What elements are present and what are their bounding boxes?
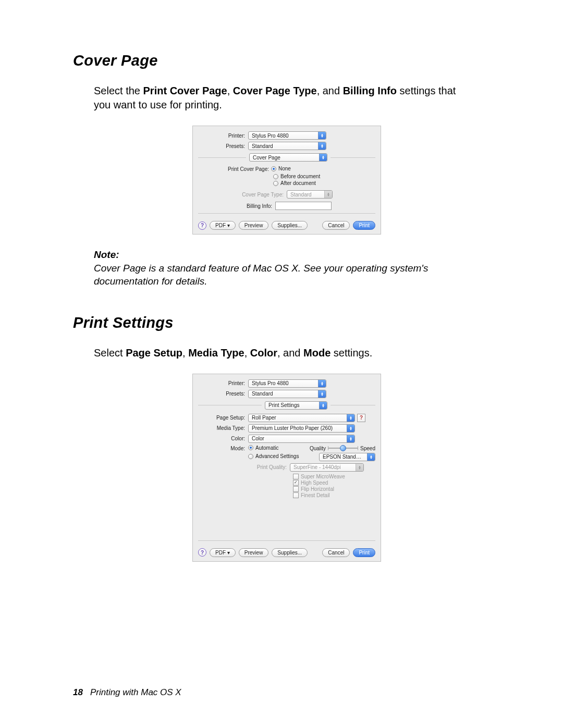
mode-label: Mode: <box>198 445 248 451</box>
page-setup-label: Page Setup: <box>198 415 248 421</box>
panel-select[interactable]: Print Settings ▲▼ <box>265 401 327 410</box>
select-arrows-icon: ▲▼ <box>324 191 332 198</box>
presets-select[interactable]: Standard ▲▼ <box>248 390 326 398</box>
checkbox-icon <box>293 486 299 492</box>
printer-label: Printer: <box>198 133 248 139</box>
radio-after-document[interactable]: After document <box>273 180 375 186</box>
text: , and <box>317 85 343 96</box>
print-settings-heading: Print Settings <box>73 314 500 331</box>
divider <box>331 405 375 405</box>
slider-thumb[interactable] <box>340 445 346 451</box>
select-arrows-icon: ▲▼ <box>318 380 326 387</box>
printer-value: Stylus Pro 4880 <box>249 380 318 386</box>
panel-value: Print Settings <box>265 402 319 408</box>
slider-tick <box>328 446 328 450</box>
checkbox-icon <box>293 480 299 486</box>
checkbox-label: High Speed <box>301 480 328 486</box>
divider <box>198 157 246 158</box>
print-button[interactable]: Print <box>353 221 375 230</box>
radio-icon <box>273 174 278 179</box>
select-arrows-icon: ▲▼ <box>367 453 375 461</box>
print-quality-value: SuperFine - 1440dpi <box>290 464 356 470</box>
checkbox-icon <box>293 492 299 498</box>
print-button[interactable]: Print <box>353 548 375 557</box>
cover-page-type-select: Standard ▲▼ <box>287 190 333 199</box>
epson-std-select[interactable]: EPSON Standard(... ▲▼ <box>319 453 375 461</box>
divider <box>331 157 375 158</box>
radio-label: Before document <box>280 174 320 179</box>
select-arrows-icon: ▲▼ <box>347 414 354 422</box>
quality-speed-slider[interactable] <box>328 445 358 451</box>
checkbox-super-microweave: Super MicroWeave <box>293 474 375 479</box>
page-setup-select[interactable]: Roll Paper ▲▼ <box>248 414 355 422</box>
bold-cover-page-type: Cover Page Type <box>233 85 317 96</box>
select-arrows-icon: ▲▼ <box>318 390 326 398</box>
printer-select[interactable]: Stylus Pro 4880 ▲▼ <box>248 131 326 140</box>
print-quality-label: Print Quality: <box>248 464 290 470</box>
supplies-button[interactable]: Supplies... <box>272 548 308 557</box>
page-footer: 18Printing with Mac OS X <box>73 687 181 698</box>
page-setup-help-button[interactable]: ? <box>357 414 365 422</box>
radio-advanced-settings[interactable]: Advanced Settings <box>248 453 299 459</box>
checkbox-high-speed: High Speed <box>293 480 375 486</box>
slider-tick <box>358 446 358 450</box>
bold-page-setup: Page Setup <box>126 347 182 359</box>
select-arrows-icon: ▲▼ <box>319 154 327 161</box>
presets-label: Presets: <box>198 143 248 149</box>
quality-label: Quality <box>310 446 326 451</box>
pdf-button[interactable]: PDF ▾ <box>210 548 236 557</box>
radio-none[interactable]: None <box>271 166 291 171</box>
help-button[interactable]: ? <box>198 221 206 230</box>
checkbox-label: Super MicroWeave <box>301 474 345 479</box>
print-cover-page-label: Print Cover Page: <box>198 166 271 172</box>
cover-page-type-label: Cover Page Type: <box>198 192 287 198</box>
select-arrows-icon: ▲▼ <box>318 142 326 150</box>
preview-button[interactable]: Preview <box>239 221 269 230</box>
panel-select[interactable]: Cover Page ▲▼ <box>249 153 327 162</box>
divider <box>198 540 375 541</box>
select-arrows-icon: ▲▼ <box>319 402 327 409</box>
radio-icon <box>248 445 253 450</box>
divider <box>198 405 262 405</box>
divider <box>198 213 375 214</box>
select-arrows-icon: ▲▼ <box>356 464 363 471</box>
radio-label: After document <box>280 180 316 186</box>
pdf-button[interactable]: PDF ▾ <box>210 221 236 230</box>
presets-label: Presets: <box>198 391 248 397</box>
checkbox-label: Flip Horizontal <box>301 486 334 492</box>
radio-icon <box>273 181 278 186</box>
epson-std-value: EPSON Standard(... <box>320 454 367 460</box>
checkbox-flip-horizontal: Flip Horizontal <box>293 486 375 492</box>
checkbox-finest-detail: Finest Detail <box>293 492 375 498</box>
select-arrows-icon: ▲▼ <box>347 425 354 432</box>
help-button[interactable]: ? <box>198 548 206 557</box>
bold-media-type: Media Type <box>188 347 244 359</box>
radio-label: Advanced Settings <box>255 453 299 459</box>
cancel-button[interactable]: Cancel <box>322 221 350 230</box>
note-text: Cover Page is a standard feature of Mac … <box>94 262 469 288</box>
presets-select[interactable]: Standard ▲▼ <box>248 142 326 150</box>
color-label: Color: <box>198 436 248 441</box>
preview-button[interactable]: Preview <box>239 548 269 557</box>
print-settings-intro: Select Page Setup, Media Type, Color, an… <box>94 346 469 360</box>
text: , <box>182 347 188 359</box>
media-type-select[interactable]: Premium Luster Photo Paper (260) ▲▼ <box>248 424 355 433</box>
cover-page-intro: Select the Print Cover Page, Cover Page … <box>94 84 469 112</box>
print-quality-select: SuperFine - 1440dpi ▲▼ <box>290 463 364 472</box>
cancel-button[interactable]: Cancel <box>322 548 350 557</box>
printer-select[interactable]: Stylus Pro 4880 ▲▼ <box>248 379 326 388</box>
radio-automatic[interactable]: Automatic <box>248 445 278 451</box>
billing-info-input[interactable] <box>275 202 332 210</box>
checkbox-label: Finest Detail <box>301 492 330 498</box>
select-arrows-icon: ▲▼ <box>347 435 354 442</box>
cover-page-note: Note: Cover Page is a standard feature o… <box>94 248 469 288</box>
radio-before-document[interactable]: Before document <box>273 174 375 179</box>
radio-label: Automatic <box>255 445 278 451</box>
panel-value: Cover Page <box>250 155 319 161</box>
cover-page-type-value: Standard <box>287 192 324 198</box>
supplies-button[interactable]: Supplies... <box>272 221 308 230</box>
text: Select <box>94 347 126 359</box>
color-select[interactable]: Color ▲▼ <box>248 435 355 443</box>
text: , <box>244 347 250 359</box>
print-dialog-cover-page: Printer: Stylus Pro 4880 ▲▼ Presets: Sta… <box>192 126 381 235</box>
